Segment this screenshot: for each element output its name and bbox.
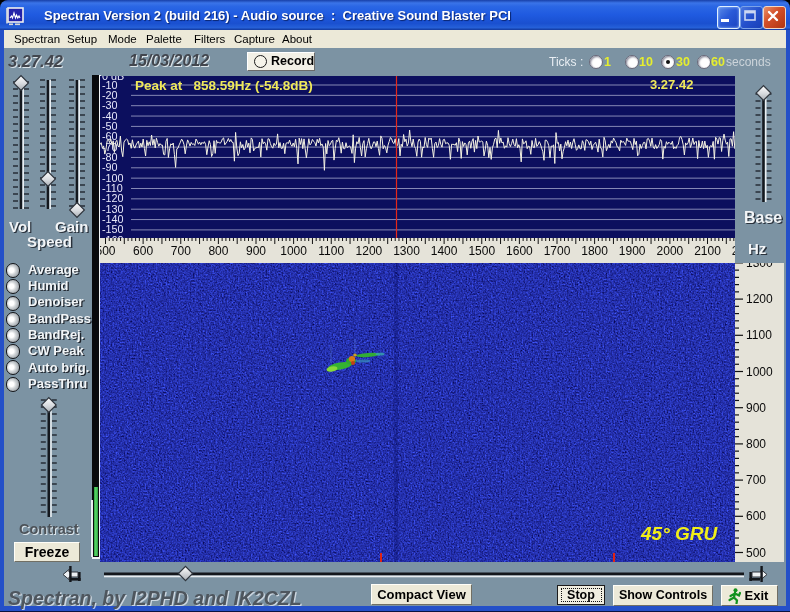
svg-text:900: 900	[746, 401, 766, 415]
svg-text:600: 600	[133, 244, 153, 258]
svg-text:1400: 1400	[431, 244, 458, 258]
svg-text:1200: 1200	[746, 292, 773, 306]
svg-text:1500: 1500	[468, 244, 495, 258]
svg-text:1200: 1200	[356, 244, 383, 258]
svg-text:1300: 1300	[746, 263, 773, 270]
svg-text:45° GRU: 45° GRU	[640, 523, 719, 544]
svg-text:500: 500	[746, 546, 766, 560]
svg-text:0 dB: 0 dB	[102, 76, 124, 82]
svg-text:2100: 2100	[694, 244, 721, 258]
svg-text:1000: 1000	[746, 365, 773, 379]
svg-text:800: 800	[746, 437, 766, 451]
svg-text:500: 500	[100, 244, 116, 258]
svg-text:1900: 1900	[619, 244, 646, 258]
svg-text:700: 700	[746, 473, 766, 487]
svg-text:1000: 1000	[280, 244, 307, 258]
svg-text:800: 800	[208, 244, 228, 258]
svg-text:600: 600	[746, 509, 766, 523]
svg-text:700: 700	[171, 244, 191, 258]
svg-text:1800: 1800	[581, 244, 608, 258]
svg-text:900: 900	[246, 244, 266, 258]
svg-text:1100: 1100	[746, 328, 772, 342]
svg-text:Peak at 858.59Hz (-54.8dB): Peak at 858.59Hz (-54.8dB)	[135, 78, 313, 93]
svg-text:3.27.42: 3.27.42	[650, 77, 693, 92]
svg-text:1600: 1600	[506, 244, 533, 258]
svg-text:1700: 1700	[544, 244, 571, 258]
svg-text:1300: 1300	[393, 244, 420, 258]
svg-text:2000: 2000	[657, 244, 684, 258]
svg-text:1100: 1100	[318, 244, 344, 258]
